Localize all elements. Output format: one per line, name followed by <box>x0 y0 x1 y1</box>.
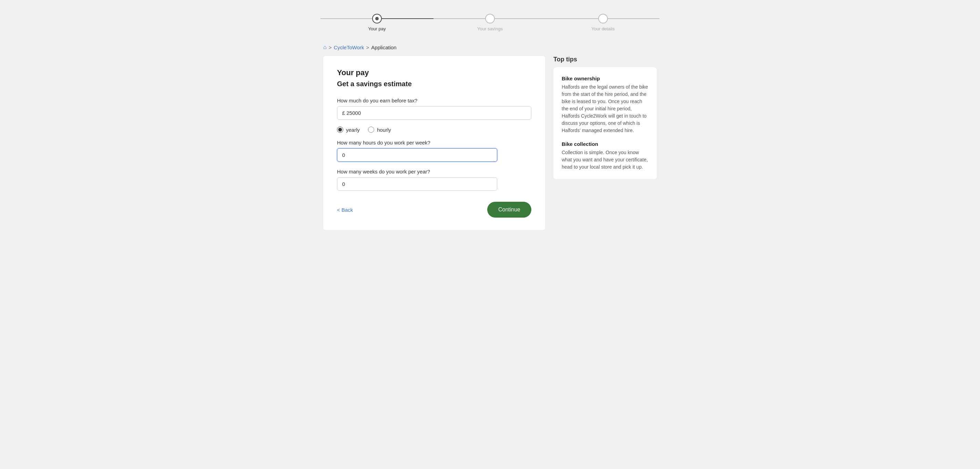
progress-bar: Your pay Your savings Your details <box>0 0 980 44</box>
hours-input[interactable] <box>337 148 497 162</box>
earn-label: How much do you earn before tax? <box>337 97 531 104</box>
top-tips-title: Top tips <box>554 56 657 63</box>
hours-field-group: How many hours do you work per week? <box>337 140 531 162</box>
yearly-option[interactable]: yearly <box>337 126 360 133</box>
line-before-step1 <box>320 18 372 19</box>
tip-bike-ownership: Bike ownership Halfords are the legal ow… <box>562 75 649 134</box>
step1-circle <box>372 14 382 24</box>
weeks-label: How many weeks do you work per year? <box>337 169 531 174</box>
weeks-field-group: How many weeks do you work per year? <box>337 169 531 191</box>
line-after-step1 <box>382 18 433 19</box>
tip-bike-collection: Bike collection Collection is simple. On… <box>562 141 649 171</box>
yearly-label: yearly <box>346 127 360 133</box>
pay-frequency-group: yearly hourly <box>337 126 531 133</box>
yearly-radio[interactable] <box>337 126 343 133</box>
hours-label: How many hours do you work per week? <box>337 140 531 145</box>
line-before-step3 <box>547 18 598 19</box>
earn-input[interactable] <box>337 106 531 120</box>
line-after-step2 <box>495 18 547 19</box>
weeks-input[interactable] <box>337 177 497 191</box>
step-your-details: Your details <box>547 14 660 24</box>
form-title: Your pay <box>337 68 531 77</box>
step1-label: Your pay <box>368 26 386 31</box>
form-actions: < Back Continue <box>337 202 531 218</box>
sidebar: Top tips Bike ownership Halfords are the… <box>554 56 657 230</box>
tips-card: Bike ownership Halfords are the legal ow… <box>554 67 657 179</box>
step3-circle <box>598 14 608 24</box>
home-icon[interactable]: ⌂ <box>323 44 327 50</box>
breadcrumb: ⌂ > CycleToWork > Application <box>318 44 662 50</box>
step-your-pay: Your pay <box>320 14 433 24</box>
tip1-title: Bike ownership <box>562 75 649 81</box>
step2-circle <box>485 14 495 24</box>
form-card: Your pay Get a savings estimate How much… <box>323 56 545 230</box>
continue-button[interactable]: Continue <box>487 202 531 218</box>
tip2-text: Collection is simple. Once you know what… <box>562 149 649 171</box>
hourly-label: hourly <box>377 127 391 133</box>
breadcrumb-sep1: > <box>329 45 332 50</box>
line-before-step2 <box>433 18 485 19</box>
step3-label: Your details <box>591 26 614 31</box>
breadcrumb-sep2: > <box>366 45 369 50</box>
back-link[interactable]: < Back <box>337 207 353 213</box>
step1-dot <box>375 17 379 20</box>
form-subtitle: Get a savings estimate <box>337 80 531 88</box>
earn-field-group: How much do you earn before tax? <box>337 97 531 120</box>
breadcrumb-application: Application <box>371 45 396 50</box>
breadcrumb-cycle-to-work[interactable]: CycleToWork <box>334 45 364 50</box>
step-your-savings: Your savings <box>433 14 547 24</box>
line-after-step3 <box>608 18 660 19</box>
tip1-text: Halfords are the legal owners of the bik… <box>562 83 649 134</box>
hourly-option[interactable]: hourly <box>368 126 391 133</box>
tip2-title: Bike collection <box>562 141 649 147</box>
step2-label: Your savings <box>477 26 503 31</box>
hourly-radio[interactable] <box>368 126 374 133</box>
main-layout: Your pay Get a savings estimate How much… <box>318 56 662 244</box>
